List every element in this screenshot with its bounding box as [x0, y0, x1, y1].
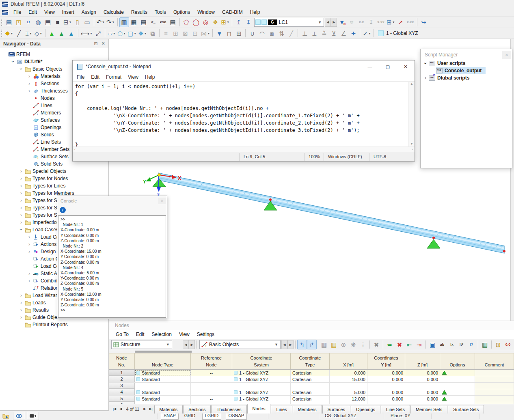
formula-delete-icon[interactable]: f✗ — [457, 340, 466, 349]
expand-icon[interactable]: › — [18, 293, 24, 298]
scroll-left-icon[interactable]: ‹ — [74, 147, 76, 151]
next-view-button[interactable]: ▶ — [189, 340, 195, 349]
category-combobox[interactable]: IBasic Objects▼ — [199, 340, 281, 349]
insert-nodal-support-icon[interactable]: ▲ — [47, 28, 57, 38]
select-numbering-icon[interactable]: ⊞▼ — [220, 17, 231, 27]
coordinate-system-cell[interactable]: 1 - Global XYZ — [232, 396, 291, 402]
expand-icon[interactable]: › — [18, 212, 24, 218]
menu-view[interactable]: View — [41, 9, 58, 16]
table-dots-icon[interactable]: ⁞ — [358, 340, 368, 349]
x-coordinate-cell[interactable]: 5.000 — [330, 389, 367, 395]
notepad-menu-view[interactable]: View — [125, 73, 142, 81]
node-type-cell[interactable]: Standard — [135, 389, 191, 395]
z-coordinate-cell[interactable] — [405, 383, 440, 389]
excel-export-icon[interactable]: ▦ — [480, 340, 490, 349]
insert-opening-icon[interactable]: ▢▼ — [127, 28, 137, 38]
load-case-combobox[interactable]: GLC1▼ — [254, 18, 324, 27]
script-item-user-scripts[interactable]: ›>scUser scripts — [421, 60, 512, 67]
reference-node-cell[interactable]: -- — [191, 396, 232, 402]
select-polygon-icon[interactable]: ⬠ — [181, 17, 191, 27]
insert-member-icon[interactable]: ⌶▼ — [24, 28, 34, 38]
support-toggle-4-icon[interactable]: ⊻ — [329, 28, 339, 38]
expand-icon[interactable]: › — [18, 190, 24, 196]
menu-file[interactable]: File — [10, 9, 25, 16]
comment-cell[interactable] — [475, 396, 514, 402]
y-coordinate-cell[interactable]: 0.000 — [367, 389, 405, 395]
tree-item-printout-reports[interactable]: Printout Reports — [0, 321, 108, 328]
options-cell[interactable] — [440, 402, 475, 404]
row-number-cell[interactable]: 1 — [109, 370, 135, 376]
comment-cell[interactable] — [475, 389, 514, 395]
tab-member-sets[interactable]: Member Sets — [410, 405, 447, 414]
view-direction-icon[interactable]: ⇅ — [276, 28, 286, 38]
expand-icon[interactable]: › — [422, 75, 429, 81]
coordinate-system-cell[interactable]: 1 - Global XYZ — [232, 370, 291, 376]
previous-table-button[interactable]: ◀ — [118, 407, 123, 411]
support-toggle-1-icon[interactable]: ⊥ — [300, 28, 309, 38]
import-row-icon[interactable]: ➥ — [385, 340, 395, 349]
tree-item-rfem[interactable]: RFEM — [0, 51, 108, 58]
chevron-down-icon[interactable]: ▼ — [164, 342, 172, 347]
coordinate-type-cell[interactable]: Cartesian — [291, 389, 330, 395]
table-menu-go-to[interactable]: Go To — [112, 331, 132, 338]
isometric-view-icon[interactable]: ⧈ — [267, 28, 276, 38]
notepad-menu-format[interactable]: Format — [103, 73, 125, 81]
scroll-right-icon[interactable]: › — [412, 147, 413, 151]
comment-cell[interactable] — [475, 383, 514, 389]
coordinate-system-cell[interactable] — [232, 383, 291, 389]
float-panel-icon[interactable]: ⊡ — [92, 41, 99, 46]
ramp-load-icon[interactable]: ↗ — [396, 17, 406, 27]
scroll-up-icon[interactable]: ▲ — [410, 82, 413, 86]
notepad-menu-edit[interactable]: Edit — [88, 73, 103, 81]
tree-item-types-for-nodes[interactable]: ›Types for Nodes — [0, 175, 108, 182]
tab-lines[interactable]: Lines — [271, 405, 292, 414]
notepad-menu-help[interactable]: Help — [142, 73, 158, 81]
z-coordinate-cell[interactable]: 0.000 — [405, 376, 440, 382]
options-cell[interactable] — [440, 396, 475, 402]
view-combobox[interactable]: Structure▼ — [111, 340, 172, 349]
menu-help[interactable]: Help — [246, 9, 264, 16]
toolbar-drag-handle[interactable] — [1, 18, 3, 26]
tab-line-sets[interactable]: Line Sets — [381, 405, 410, 414]
node-type-cell[interactable] — [135, 402, 191, 404]
close-icon[interactable]: ✕ — [158, 198, 166, 204]
expand-icon[interactable]: › — [18, 205, 24, 211]
table-view-icon[interactable]: ▦ — [319, 340, 329, 349]
table-edit-icon[interactable]: ▦ — [329, 340, 339, 349]
y-coordinate-cell[interactable] — [367, 383, 405, 389]
expand-icon[interactable]: › — [18, 183, 24, 189]
maximize-button[interactable]: ▢ — [379, 60, 397, 73]
table-horizontal-scrollbar[interactable] — [109, 350, 514, 353]
script-item-dlubal-scripts[interactable]: ›>scDlubal scripts — [421, 74, 512, 82]
coordinate-type-cell[interactable]: Cartesian — [291, 396, 330, 402]
notepad-menu-file[interactable]: File — [73, 73, 88, 81]
save-package-icon[interactable]: ⬒ — [43, 17, 53, 27]
expand-icon[interactable]: › — [18, 198, 24, 203]
tab-thicknesses[interactable]: Thicknesses — [211, 405, 246, 414]
tab-openings[interactable]: Openings — [351, 405, 380, 414]
x-coordinate-cell[interactable]: 15.000 — [330, 376, 367, 382]
console-toggle-icon[interactable]: >_ — [149, 17, 158, 27]
collapse-icon[interactable]: › — [10, 58, 16, 65]
next-table-button[interactable]: ▶ — [142, 407, 147, 411]
support-toggle-5-icon[interactable]: ∠ — [339, 28, 348, 38]
notepad-text-area[interactable]: for (var i = 1; i < nodes.count()+1; i++… — [73, 82, 415, 146]
expand-icon[interactable]: › — [26, 249, 32, 254]
expand-icon[interactable]: › — [18, 307, 24, 313]
load-table-icon[interactable]: ⊞▼ — [386, 17, 396, 27]
coordinate-type-cell[interactable] — [291, 383, 330, 389]
new-load-case-icon[interactable]: ↥ — [234, 17, 244, 27]
comment-cell[interactable] — [475, 370, 514, 376]
insert-mesh-refinement-icon[interactable]: ❖▼ — [137, 28, 147, 38]
copy-load-case-icon[interactable]: ↧ — [244, 17, 253, 27]
node-type-cell[interactable]: Standard — [135, 376, 191, 382]
close-panel-icon[interactable]: ✕ — [99, 41, 107, 46]
chevron-down-icon[interactable]: ▼ — [318, 20, 324, 24]
row-number-cell[interactable]: 3 — [109, 383, 135, 389]
camera-button[interactable] — [27, 412, 39, 420]
scrollbar-thumb[interactable] — [135, 351, 192, 353]
save-icon[interactable]: ■ — [53, 17, 63, 27]
relation-next-icon[interactable]: ↱ — [307, 340, 317, 349]
expand-icon[interactable]: › — [26, 81, 32, 86]
open-network-model-icon[interactable]: ◍ — [33, 17, 43, 27]
